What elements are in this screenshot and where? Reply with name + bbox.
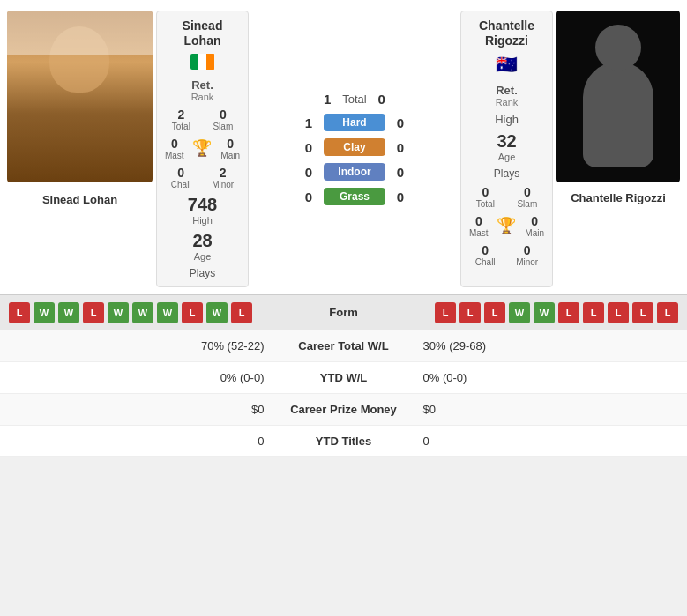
player1-trophy-row: 0 Mast 🏆 0 Main <box>161 137 244 160</box>
form-badge-p2: L <box>657 302 678 323</box>
form-badge-p1: W <box>34 302 55 323</box>
form-label: Form <box>309 306 379 319</box>
player1-form: LWWLWWWLWL <box>9 302 303 323</box>
stat-p1-value: 0% (0-0) <box>14 371 273 384</box>
stat-label: Career Prize Money <box>273 403 414 416</box>
player2-stats-card: Chantelle Rigozzi 🇦🇺 Ret. Rank High 32 A… <box>460 11 553 287</box>
player2-chall: 0 Chall <box>475 243 496 267</box>
form-badge-p1: W <box>157 302 178 323</box>
player1-main: 0 Main <box>220 137 240 160</box>
player2-main: 0 Main <box>525 214 544 238</box>
form-badge-p1: W <box>58 302 79 323</box>
hard-row: 1 Hard 0 <box>256 114 453 131</box>
player1-plays: Plays <box>190 267 215 279</box>
stat-p1-value: 70% (52-22) <box>14 339 273 353</box>
stat-p1-value: 0 <box>14 434 273 448</box>
player1-age: 28 Age <box>192 231 212 262</box>
player1-name: Sinead Lohan <box>41 191 119 208</box>
player2-slam: 0 Slam <box>517 185 537 209</box>
player2-chall-minor: 0 Chall 0 Minor <box>465 243 549 267</box>
player2-age: 32 Age <box>497 131 516 162</box>
player2-photo <box>556 11 680 182</box>
player1-slam: 0 Slam <box>213 108 233 131</box>
form-badge-p1: W <box>206 302 228 323</box>
total-row: 1 Total 0 <box>256 92 453 107</box>
player1-stats-card: Sinead Lohan Ret. Rank 2 Total <box>156 11 249 287</box>
stat-p2-value: 0% (0-0) <box>414 371 674 384</box>
indoor-tag: Indoor <box>324 163 385 181</box>
center-scores: 1 Total 0 1 Hard 0 0 Clay 0 0 Indoor 0 <box>252 11 457 287</box>
stat-row: 70% (52-22)Career Total W/L30% (29-68) <box>0 330 687 362</box>
player2-rank: Ret. Rank <box>496 84 519 108</box>
grass-row: 0 Grass 0 <box>256 188 453 205</box>
stat-label: YTD W/L <box>273 371 414 384</box>
player1-trophy-icon: 🏆 <box>192 138 212 158</box>
form-badge-p2: W <box>509 302 530 323</box>
form-badge-p1: W <box>108 302 129 323</box>
player1-chall-minor: 0 Chall 2 Minor <box>161 166 244 189</box>
stat-label: Career Total W/L <box>273 339 414 353</box>
form-badge-p1: L <box>83 302 104 323</box>
player2-total: 0 Total <box>476 185 495 209</box>
form-badge-p1: W <box>132 302 153 323</box>
player1-name-card: Sinead Lohan <box>183 19 223 48</box>
australia-flag: 🇦🇺 <box>496 54 518 75</box>
form-badge-p1: L <box>182 302 203 323</box>
player2-area: Chantelle Rigozzi <box>556 11 680 287</box>
stat-p2-value: 0 <box>414 434 674 448</box>
player2-name-card: Chantelle Rigozzi <box>479 19 534 48</box>
form-badge-p2: L <box>459 302 481 323</box>
player1-total-slam: 2 Total 0 Slam <box>161 108 244 131</box>
form-badge-p2: L <box>558 302 579 323</box>
player1-chall: 0 Chall <box>171 166 191 189</box>
stat-p2-value: $0 <box>414 403 674 416</box>
player2-total-slam: 0 Total 0 Slam <box>465 185 549 209</box>
player2-minor: 0 Minor <box>516 243 538 267</box>
hard-tag: Hard <box>324 114 385 131</box>
player1-area: Sinead Lohan <box>7 11 153 287</box>
form-badge-p2: W <box>534 302 555 323</box>
form-badge-p2: L <box>632 302 653 323</box>
grass-tag: Grass <box>324 188 385 205</box>
indoor-row: 0 Indoor 0 <box>256 163 453 181</box>
stat-row: 0YTD Titles0 <box>0 426 687 457</box>
stat-row: $0Career Prize Money$0 <box>0 394 687 426</box>
player1-flag <box>190 54 215 70</box>
player2-flag: 🇦🇺 <box>496 54 518 75</box>
player1-photo <box>7 11 153 182</box>
form-badge-p2: L <box>435 302 456 323</box>
player1-rank: Ret. Rank <box>191 78 214 102</box>
player2-trophy-row: 0 Mast 🏆 0 Main <box>465 214 549 238</box>
stat-label: YTD Titles <box>273 434 414 448</box>
form-badge-p1: L <box>231 302 252 323</box>
player2-name-below: Chantelle Rigozzi <box>571 191 666 204</box>
stat-row: 0% (0-0)YTD W/L0% (0-0) <box>0 362 687 394</box>
player2-plays: Plays <box>494 167 519 180</box>
form-badge-p2: L <box>583 302 604 323</box>
main-container: Sinead Lohan Sinead Lohan Ret. Rank <box>0 0 687 457</box>
player1-minor: 2 Minor <box>212 166 234 189</box>
player2-form: LLLWWLLLLL <box>385 302 679 323</box>
player2-mast: 0 Mast <box>469 214 489 238</box>
player1-mast: 0 Mast <box>165 137 184 160</box>
ireland-flag <box>190 54 215 70</box>
player-comparison-area: Sinead Lohan Sinead Lohan Ret. Rank <box>0 0 687 294</box>
player1-high: 748 High <box>188 195 217 226</box>
form-section: LWWLWWWLWL Form LLLWWLLLLL <box>0 294 687 330</box>
stats-rows: 70% (52-22)Career Total W/L30% (29-68)0%… <box>0 330 687 457</box>
form-badge-p2: L <box>608 302 629 323</box>
form-badge-p2: L <box>484 302 505 323</box>
stat-p1-value: $0 <box>14 403 273 416</box>
player2-trophy-icon: 🏆 <box>497 216 516 235</box>
clay-row: 0 Clay 0 <box>256 138 453 156</box>
form-badge-p1: L <box>9 302 30 323</box>
clay-tag: Clay <box>324 138 385 156</box>
stat-p2-value: 30% (29-68) <box>414 339 674 353</box>
player2-high-label: High <box>495 113 519 126</box>
player1-total: 2 Total <box>172 108 190 131</box>
player2-silhouette <box>583 62 653 167</box>
